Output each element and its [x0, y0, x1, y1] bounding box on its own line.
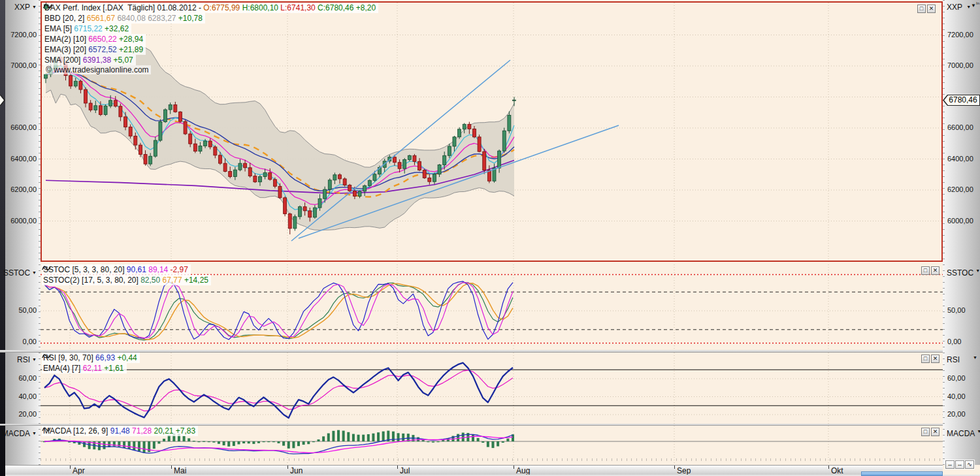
- legend-row: BBD [20, 2] 6561,67 6840,08 6283,27 +10,…: [43, 13, 205, 24]
- legend-row: MACDA [12, 26, 9] 91,48 71,28 20,21 +7,8…: [42, 426, 198, 436]
- bottom-right-toolbar: ↔↔∿: [945, 460, 975, 469]
- compress-x-button[interactable]: ↔: [945, 460, 955, 469]
- month-label: Jul: [400, 466, 410, 475]
- close-button[interactable]: ✕: [931, 428, 939, 436]
- wave-icon: [42, 353, 51, 360]
- last-price-value: 6780,46: [943, 95, 980, 106]
- rsi-indicator-panel[interactable]: RSI [9, 30, 70] 66,93 +0,44EMA(4) [7] 62…: [41, 353, 943, 424]
- instrument-selector-left[interactable]: XXP▼: [14, 3, 37, 12]
- legend-text: EMA(3) [20]: [44, 45, 88, 54]
- insert-pin-icon[interactable]: ▼In: [971, 1, 979, 8]
- axis-tick-label: 6200,00: [947, 185, 973, 193]
- legend-text: EMA [5]: [44, 24, 74, 33]
- close-button[interactable]: ✕: [927, 5, 936, 13]
- instrument-label: XXP: [947, 3, 962, 12]
- maximize-button[interactable]: □: [917, 5, 926, 13]
- month-tick: [397, 466, 398, 469]
- chevron-down-icon[interactable]: ▼: [977, 429, 980, 438]
- panel-window-buttons: □✕: [917, 5, 936, 13]
- time-axis[interactable]: AprMaiJunJulAugSepOkt: [5, 465, 943, 475]
- wave-icon: [43, 3, 52, 10]
- month-label: Aug: [516, 466, 530, 475]
- axis-tick-label: 50,00: [18, 306, 37, 314]
- right-price-axis[interactable]: XXP ▼ ▼In 7200,007000,006600,006400,0062…: [943, 0, 980, 465]
- legend-text: BBD [20, 2]: [44, 14, 87, 23]
- panel-selector-sstoc[interactable]: SSTOC▼: [3, 268, 37, 278]
- line-mode-button[interactable]: ∿: [965, 460, 974, 469]
- axis-tick-label: 40,00: [18, 392, 37, 400]
- legend-text: 6572,52: [88, 45, 119, 54]
- axis-tick-label: 6000,00: [10, 217, 37, 225]
- panel-selector-sstoc[interactable]: SSTOC▼: [947, 268, 977, 278]
- month-label: Okt: [831, 466, 843, 475]
- wave-icon: [42, 426, 51, 433]
- month-tick: [828, 466, 829, 469]
- chevron-down-icon[interactable]: ▼: [32, 357, 37, 362]
- price-legend: DAX Perf. Index [.DAX Täglich] 01.08.201…: [43, 3, 378, 65]
- axis-tick-label: 20,00: [947, 410, 966, 418]
- legend-text: 71,28: [132, 426, 154, 436]
- legend-row: EMA(4) [7] 62,11 +1,61: [42, 363, 127, 373]
- left-price-axis[interactable]: XXP▼ 7200,007000,006600,006400,006200,00…: [5, 0, 41, 465]
- chevron-down-icon[interactable]: ▼: [32, 270, 37, 275]
- legend-row: EMA(2) [10] 6650,22 +28,94: [43, 34, 146, 44]
- legend-text: L:6741,30: [280, 3, 318, 12]
- legend-text: MACDA [12, 26, 9]: [43, 426, 110, 436]
- month-label: Apr: [73, 466, 85, 475]
- rsi-legend: RSI [9, 30, 70] 66,93 +0,44EMA(4) [7] 62…: [42, 353, 140, 373]
- horizontal-scrollbar[interactable]: [861, 471, 943, 476]
- axis-tick-label: 0,00: [23, 338, 37, 345]
- axis-tick-label: 60,00: [18, 374, 37, 382]
- chevron-down-icon[interactable]: ▼: [32, 5, 37, 9]
- chevron-down-icon[interactable]: ▼: [32, 431, 37, 436]
- legend-text: 89,14: [148, 265, 170, 274]
- panel-selector-rsi[interactable]: RSI▼: [947, 355, 977, 364]
- sstoc-indicator-panel[interactable]: SSTOC [5, 3, 3, 80, 20] 90,61 89,14 -2,9…: [41, 264, 943, 350]
- legend-text: DAX Perf. Index [.DAX Täglich] 01.08.201…: [44, 3, 203, 12]
- chevron-down-icon[interactable]: ▼: [975, 268, 980, 278]
- legend-text: RSI [9, 30, 70]: [43, 353, 95, 362]
- chart-area: DAX Perf. Index [.DAX Täglich] 01.08.201…: [41, 0, 943, 465]
- expand-x-button[interactable]: ↔: [955, 460, 964, 469]
- axis-tick-label: 7200,00: [10, 31, 37, 39]
- legend-text: 90,61: [127, 265, 148, 274]
- legend-text: +0,44: [117, 353, 137, 362]
- legend-text: +32,62: [105, 24, 129, 33]
- month-label: Jun: [290, 466, 302, 475]
- close-button[interactable]: ✕: [931, 266, 939, 275]
- legend-text: C:6780,46: [318, 3, 356, 12]
- chevron-down-icon[interactable]: ▼: [966, 5, 971, 9]
- legend-row: DAX Perf. Index [.DAX Täglich] 01.08.201…: [43, 3, 378, 13]
- legend-text: H:6800,10: [242, 3, 281, 12]
- instrument-selector-right[interactable]: XXP ▼: [947, 3, 971, 12]
- month-label: Sep: [677, 466, 691, 475]
- sstoc-legend: SSTOC [5, 3, 3, 80, 20] 90,61 89,14 -2,9…: [42, 264, 211, 285]
- legend-row: RSI [9, 30, 70] 66,93 +0,44: [42, 353, 140, 363]
- panel-selector-macd[interactable]: MACDA▼: [947, 429, 977, 438]
- panel-window-buttons: □✕: [921, 428, 939, 436]
- chevron-down-icon[interactable]: ▼: [973, 355, 977, 364]
- legend-row: SSTOC [5, 3, 3, 80, 20] 90,61 89,14 -2,9…: [42, 264, 191, 275]
- axis-tick-label: 60,00: [947, 374, 966, 382]
- maximize-button[interactable]: □: [921, 428, 930, 436]
- axis-tick-label: 7000,00: [10, 61, 37, 69]
- legend-row: EMA(3) [20] 6572,52 +21,89: [43, 44, 146, 55]
- legend-text: 20,21: [154, 426, 175, 436]
- legend-text: 67,77: [163, 276, 184, 285]
- month-tick: [514, 466, 514, 469]
- axis-tick-label: 7000,00: [947, 61, 973, 69]
- panel-selector-macd[interactable]: MACDA▼: [2, 429, 37, 438]
- month-tick: [171, 466, 172, 469]
- legend-text: 6840,08: [117, 14, 148, 23]
- maximize-button[interactable]: □: [921, 266, 930, 275]
- panel-window-buttons: □✕: [921, 266, 939, 275]
- maximize-button[interactable]: □: [921, 355, 930, 363]
- close-button[interactable]: ✕: [931, 355, 939, 363]
- legend-row: SMA [200] 6391,38 +5,07: [43, 55, 136, 65]
- legend-text: O:6775,99: [203, 3, 242, 12]
- legend-text: +1,61: [104, 364, 123, 373]
- panel-selector-rsi[interactable]: RSI▼: [17, 355, 37, 364]
- rsi-canvas[interactable]: [41, 353, 943, 424]
- daily-tick-strip: [41, 458, 943, 461]
- price-chart-panel[interactable]: DAX Perf. Index [.DAX Täglich] 01.08.201…: [41, 1, 943, 262]
